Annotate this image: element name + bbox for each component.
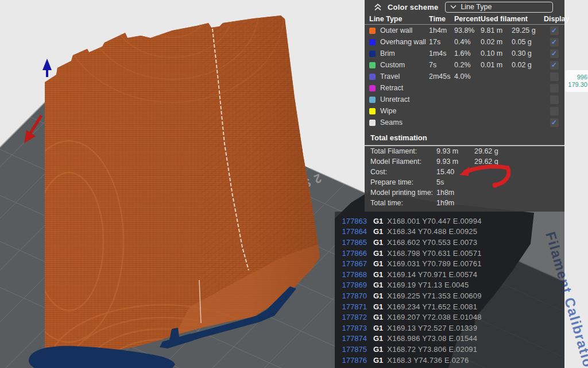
line-type-label: Custom [380,61,405,69]
gcode-command: G1 [373,281,383,289]
gcode-args: X168.72 Y73.806 E.02091 [387,345,477,354]
line-type-label: Seams [380,118,403,126]
estimation-row: Cost: 15.40 [365,167,564,177]
gcode-line[interactable]: 177876G1X168.3 Y74.736 E.0276 [335,355,564,366]
table-header-row: Line Type Time Percent Used filament Dis… [365,14,564,25]
view-type-dropdown[interactable]: Line Type [445,2,553,13]
line-type-color-swatch [369,51,376,57]
gcode-line-number[interactable]: 177874 [335,334,367,343]
gcode-line-number[interactable]: 177872 [335,313,367,321]
line-type-label: Brim [380,49,395,57]
line-type-color-swatch [369,108,376,114]
display-checkbox[interactable]: ✓ [550,84,559,93]
gcode-line-number[interactable]: 177869 [335,281,367,289]
gcode-line[interactable]: 177870G1X169.225 Y71.353 E.00609 [335,290,564,301]
gcode-viewer[interactable]: 177863G1X168.001 Y70.447 E.00994 177864G… [335,212,564,368]
time-value: 7s [429,61,454,69]
measurement-tooltip: 996 179.30 [565,70,588,92]
line-type-label: Travel [380,72,400,80]
gcode-line[interactable]: 177872G1X169.207 Y72.038 E.01048 [335,312,564,323]
display-checkbox[interactable]: ✓ [550,26,559,35]
table-row: Travel 2m45s 4.0% ✓ [365,71,564,82]
gcode-command: G1 [373,249,383,258]
gcode-line-number[interactable]: 177870 [335,292,367,300]
gcode-command: G1 [373,259,383,268]
gcode-line-number[interactable]: 177863 [335,217,367,225]
gcode-line-number[interactable]: 177871 [335,302,367,311]
display-checkbox[interactable]: ✓ [550,118,559,127]
table-row: Wipe ✓ [365,105,564,117]
gcode-args: X168.3 Y74.736 E.0276 [387,356,469,365]
gcode-line-number[interactable]: 177866 [335,249,367,258]
gcode-args: X168.602 Y70.553 E.0073 [387,238,477,247]
color-scheme-panel: Color scheme Line Type Line Type Time Pe… [365,0,564,212]
gcode-line-number[interactable]: 177864 [335,227,367,236]
estimation-row: Total time: 1h9m [365,198,564,208]
estimation-row: Model printing time: 1h8m [365,187,564,198]
total-estimation-title: Total estimation [365,128,564,145]
gcode-line-number[interactable]: 177865 [335,238,367,247]
line-type-color-swatch [369,74,376,80]
gcode-line-number[interactable]: 177868 [335,270,367,279]
header-time: Time [429,15,454,23]
gcode-line[interactable]: 177874G1X168.986 Y73.08 E.01544 [335,334,564,344]
estimation-value: 15.40 [436,168,474,176]
table-row: Custom 7s 0.2% 0.01 m 0.02 g ✓ [365,59,564,71]
gcode-command: G1 [373,334,383,343]
gcode-line[interactable]: 177871G1X169.234 Y71.652 E.0081 [335,301,564,312]
gcode-args: X168.798 Y70.631 E.00571 [387,249,481,258]
gcode-command: G1 [373,345,383,354]
gcode-line[interactable]: 177875G1X168.72 Y73.806 E.02091 [335,344,564,355]
display-checkbox[interactable]: ✓ [550,38,559,47]
gcode-line[interactable]: 177867G1X169.031 Y70.789 E.00761 [335,258,564,269]
display-checkbox[interactable]: ✓ [550,72,559,81]
measurement-value-1: 996 [565,74,587,81]
gcode-args: X168.001 Y70.447 E.00994 [387,217,481,225]
gcode-line[interactable]: 177863G1X168.001 Y70.447 E.00994 [335,216,564,227]
gcode-command: G1 [373,356,383,365]
line-type-table: Line Type Time Percent Used filament Dis… [365,14,564,128]
estimation-value-2: 29.62 g [474,158,564,166]
gcode-line-number[interactable]: 177873 [335,324,367,332]
gcode-line-number[interactable]: 177876 [335,356,367,365]
display-checkbox[interactable]: ✓ [550,61,559,70]
display-checkbox[interactable]: ✓ [550,95,559,104]
line-type-label: Retract [380,84,403,92]
gcode-args: X169.207 Y72.038 E.01048 [387,313,481,321]
gcode-line[interactable]: 177866G1X168.798 Y70.631 E.00571 [335,248,564,259]
line-type-color-swatch [369,62,376,68]
gcode-line[interactable]: 177868G1X169.14 Y70.971 E.00574 [335,269,564,280]
line-type-color-swatch [369,39,376,45]
estimation-row: Prepare time: 5s [365,177,564,187]
gcode-line-number[interactable]: 177875 [335,345,367,354]
estimation-value: 9.93 m [436,147,474,155]
line-type-label: Wipe [380,107,396,115]
gcode-line[interactable]: 177873G1X169.13 Y72.527 E.01339 [335,323,564,334]
gcode-line[interactable]: 177877G1X167.73 Y75.843 E.03368 [335,365,564,368]
gcode-args: X169.13 Y72.527 E.01339 [387,324,477,332]
estimation-label: Model printing time: [370,189,436,197]
header-line-type: Line Type [369,15,429,23]
line-type-color-swatch [369,97,376,103]
gcode-line-number[interactable]: 177867 [335,259,367,268]
display-checkbox[interactable]: ✓ [550,49,559,58]
time-value: 17s [429,38,454,46]
measurement-value-2: 179.30 [565,81,587,89]
filament-length: 0.01 m [481,61,512,69]
time-value: 2m45s [429,72,454,80]
estimation-row: Model Filament: 9.93 m 29.62 g [365,156,564,167]
gcode-args: X169.234 Y71.652 E.0081 [387,302,477,311]
percent-value: 93.8% [454,26,481,34]
view-type-value: Line Type [461,3,492,11]
estimation-label: Total time: [370,199,436,207]
gcode-line[interactable]: 177864G1X168.34 Y70.488 E.00925 [335,227,564,237]
line-type-color-swatch [369,120,376,126]
line-type-label: Unretract [380,95,409,103]
filament-weight: 29.25 g [512,26,544,34]
gcode-command: G1 [373,302,383,311]
gcode-line[interactable]: 177869G1X169.19 Y71.13 E.0045 [335,280,564,291]
collapse-panel-icon[interactable] [374,3,382,12]
gcode-command: G1 [373,324,383,332]
display-checkbox[interactable]: ✓ [550,107,559,116]
gcode-line[interactable]: 177865G1X168.602 Y70.553 E.0073 [335,237,564,248]
